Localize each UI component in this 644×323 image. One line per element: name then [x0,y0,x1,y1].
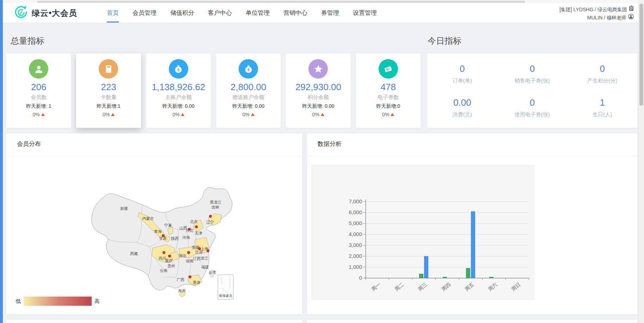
total-metrics-title: 总量指标 [11,35,44,46]
city-marker [187,251,190,254]
province-label-海南: 海南 [178,288,186,293]
heat-gradient-bar [24,297,92,306]
gridline-1000 [366,267,529,267]
member-distribution-title: 会员分布 [17,140,41,148]
metric-label: 会员数 [6,94,71,101]
brand-title: 绿云•大会员 [32,8,77,19]
green-series-bar-周三 [419,274,423,278]
green-series-bar-周四 [443,277,447,278]
city-marker [209,215,212,218]
nav-item-券管理[interactable]: 券管理 [321,3,339,23]
metric-trend: 0% [216,112,281,117]
today-value: 0 [567,63,637,74]
province-label-辽宁: 辽宁 [206,220,214,224]
metric-label: 主账户余额 [146,94,211,101]
metric-yesterday: 昨天新增:1 [76,103,141,110]
arrow-up-icon [41,113,45,116]
metric-trend: 0% [6,112,71,117]
nav-item-储值积分[interactable]: 储值积分 [170,3,194,23]
province-label-北京: 北京 [190,219,198,224]
y-tick-label: 5,000 [341,220,362,226]
y-tickmark [363,256,365,256]
province-label-天津: 天津 [195,231,202,235]
svg-text:$: $ [247,68,250,72]
today-value: 0 [497,63,568,74]
province-label-广西: 广西 [177,278,184,282]
metric-card-主账户余额[interactable]: $1,138,926.62主账户余额昨天新增: 0.000% [146,54,211,128]
svg-text:$: $ [178,68,180,72]
nav-item-客户中心[interactable]: 客户中心 [208,3,232,23]
metric-card-电子券数[interactable]: 478电子券数昨天新增:00% [356,54,421,128]
next-panel-left-edge [6,320,302,323]
legend-low-label: 低 [16,298,21,305]
metric-card-卡数量[interactable]: 223卡数量昨天新增:10% [76,54,141,128]
metric-label: 积分余额 [286,94,350,101]
group-account[interactable]: [集团] LYDSHG / 绿云电商集团 [559,5,634,14]
province-label-江西: 江西 [192,256,201,261]
moneybag-icon: $ [169,59,188,79]
x-tickmark [482,278,483,280]
x-tickmark [435,278,436,280]
page-scrollbar[interactable] [638,0,644,323]
province-label-黑龙江: 黑龙江 [210,200,222,204]
province-label-青海: 青海 [154,229,162,234]
today-label: 生日(人) [567,111,637,118]
province-label-河南: 河南 [182,235,190,240]
x-label-周五: 周五 [455,281,476,300]
y-tick-label: 0 [341,275,362,281]
legend-high-label: 高 [94,298,100,305]
y-tickmark [363,267,365,267]
province-label-台湾: 台湾 [208,270,216,274]
x-tickmark [366,278,366,280]
today-metric-生日(人): 1生日(人) [567,97,637,118]
gridline-5000 [366,223,529,224]
arrow-up-icon [111,113,115,116]
y-tickmark [363,201,365,202]
top-window-bar [37,1,525,3]
china-map[interactable]: 新疆西藏青海甘肃内蒙古宁夏陕西山西河南河北天津北京辽宁吉林黑龙江安徽江苏上海浙江… [90,172,234,302]
today-metric-使用电子券(张): 0使用电子券(张) [497,97,568,118]
y-tickmark [363,245,365,246]
metric-trend: 0% [76,112,141,117]
today-metric-产生积分(分): 0产生积分(分) [567,63,637,84]
scrollbar-thumb[interactable] [639,4,643,106]
left-edge-strip [0,0,3,323]
metric-card-赠送账户余额[interactable]: $2,800.00赠送账户余额昨天新增: 0.000% [216,54,281,128]
city-marker [198,247,201,250]
nav-item-首页[interactable]: 首页 [107,3,119,23]
province-label-浙江: 浙江 [201,256,208,260]
today-value: 1 [567,97,637,108]
x-label-周日: 周日 [502,281,522,300]
nav-item-会员管理[interactable]: 会员管理 [133,3,157,23]
province-label-陕西: 陕西 [171,236,179,241]
x-tickmark [505,278,506,280]
blue-series-bar-周五 [471,211,475,278]
province-label-吉林: 吉林 [211,205,219,209]
account-info: [集团] LYDSHG / 绿云电商集团 MULIN / 穆林老师 [559,5,634,22]
today-value: 0 [497,97,568,108]
bar-chart[interactable]: 01,0002,0003,0004,0005,0006,0007,000周一周二… [311,164,534,300]
province-label-南海诸岛: 南海诸岛 [219,294,232,298]
x-label-周二: 周二 [385,281,405,300]
province-label-福建: 福建 [201,265,209,269]
y-axis-line [366,199,366,278]
city-marker [195,225,198,228]
nav-item-营销中心[interactable]: 营销中心 [283,3,307,23]
y-tickmark [363,223,365,224]
metric-card-积分余额[interactable]: 292,930.00积分余额昨天新增: 0.000% [286,54,350,128]
nav-item-设置管理[interactable]: 设置管理 [353,3,377,23]
card-icon [99,59,118,79]
city-marker [188,228,191,231]
nav-item-单位管理[interactable]: 单位管理 [246,3,270,23]
green-series-bar-周六 [489,277,493,278]
user-account[interactable]: MULIN / 穆林老师 [559,14,634,22]
y-tick-label: 3,000 [341,242,362,248]
today-metrics-title: 今日指标 [428,35,461,46]
data-analysis-title: 数据分析 [318,140,342,148]
gridline-7000 [366,201,529,202]
metric-value: 1,138,926.62 [146,82,211,93]
province-label-云南: 云南 [160,268,167,273]
metric-card-会员数[interactable]: 206会员数昨天新增: 10% [6,54,71,128]
today-metric-订单(单): 0订单(单) [427,63,497,84]
city-marker [162,234,165,237]
